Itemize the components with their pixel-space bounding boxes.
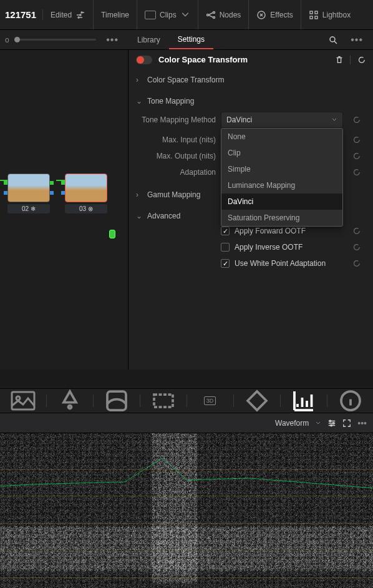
scope-options-menu[interactable]: ••• bbox=[357, 418, 367, 428]
white-point-checkbox[interactable] bbox=[221, 259, 230, 268]
svg-rect-7 bbox=[310, 11, 312, 14]
node-03[interactable]: 03⊗ bbox=[65, 174, 107, 202]
option-luminance-mapping[interactable]: Luminance Mapping bbox=[221, 177, 342, 194]
three-d-icon[interactable]: 3D bbox=[198, 389, 223, 413]
white-point-label: Use White Point Adaptation bbox=[235, 259, 343, 268]
reset-icon[interactable] bbox=[352, 135, 361, 144]
svg-rect-16 bbox=[154, 394, 173, 407]
tone-mapping-method-label: Tone Mapping Method bbox=[141, 115, 216, 124]
top-toolbar: 121751 Edited Timeline Clips Nodes Effec… bbox=[0, 0, 373, 30]
option-none[interactable]: None bbox=[221, 129, 342, 145]
color-warper-icon[interactable] bbox=[57, 389, 82, 413]
reset-icon[interactable] bbox=[352, 227, 361, 235]
node-output-alpha[interactable] bbox=[50, 191, 54, 195]
reset-icon[interactable] bbox=[352, 243, 361, 252]
adaptation-label: Adaptation bbox=[141, 168, 216, 177]
svg-point-11 bbox=[330, 37, 335, 42]
option-simple[interactable]: Simple bbox=[221, 161, 342, 177]
svg-point-14 bbox=[68, 406, 71, 409]
node-thumbnail bbox=[65, 174, 107, 202]
inspector-panel: Color Space Transform ›Color Space Trans… bbox=[128, 50, 373, 370]
tab-library[interactable]: Library bbox=[128, 30, 169, 49]
reset-icon[interactable] bbox=[352, 168, 361, 177]
nodes-button[interactable]: Nodes bbox=[198, 0, 249, 29]
effects-button[interactable]: Effects bbox=[249, 0, 301, 29]
edited-indicator: Edited bbox=[43, 0, 94, 29]
section-tone-mapping[interactable]: ⌄Tone Mapping bbox=[136, 94, 366, 108]
forward-ootf-label: Apply Forward OOTF bbox=[235, 227, 343, 235]
svg-rect-10 bbox=[315, 16, 317, 19]
sub-toolbar: o ••• Library Settings ••• bbox=[0, 30, 373, 50]
inverse-ootf-checkbox[interactable] bbox=[221, 243, 230, 252]
effects-icon bbox=[256, 10, 266, 20]
node-options-menu[interactable]: ••• bbox=[101, 34, 124, 46]
max-input-label: Max. Input (nits) bbox=[141, 135, 216, 144]
effect-enable-toggle[interactable] bbox=[136, 56, 152, 64]
option-saturation-preserving[interactable]: Saturation Preserving bbox=[221, 210, 342, 226]
tone-mapping-method-menu: None Clip Simple Luminance Mapping DaVin… bbox=[221, 128, 343, 227]
chevron-down-icon bbox=[331, 117, 337, 123]
reset-all-icon[interactable] bbox=[357, 56, 366, 64]
svg-rect-8 bbox=[315, 11, 317, 14]
forward-ootf-checkbox[interactable] bbox=[221, 227, 230, 235]
node-input[interactable] bbox=[61, 181, 65, 185]
chevron-down-icon[interactable] bbox=[315, 420, 321, 426]
clip-title: 121751 bbox=[2, 9, 43, 20]
zoom-slider[interactable] bbox=[14, 39, 97, 41]
nodes-icon bbox=[206, 10, 216, 20]
reset-icon[interactable] bbox=[352, 259, 361, 268]
lightbox-icon bbox=[309, 10, 319, 20]
scope-type[interactable]: Waveform bbox=[275, 419, 309, 428]
svg-point-0 bbox=[80, 14, 81, 16]
node-output[interactable] bbox=[50, 181, 54, 185]
svg-point-2 bbox=[78, 17, 79, 18]
max-output-label: Max. Output (nits) bbox=[141, 152, 216, 160]
node-graph[interactable]: 02❄ 03⊗ bbox=[0, 50, 128, 370]
svg-rect-9 bbox=[310, 16, 312, 19]
lightbox-button[interactable]: Lightbox bbox=[301, 0, 358, 29]
scopes-toolbar: 3D bbox=[0, 388, 373, 413]
scope-header: Waveform ••• bbox=[0, 413, 373, 433]
tab-settings[interactable]: Settings bbox=[169, 30, 213, 49]
keyframes-icon[interactable] bbox=[245, 389, 269, 413]
qualifier-icon[interactable] bbox=[104, 389, 129, 413]
expand-icon[interactable] bbox=[342, 419, 351, 428]
trash-icon[interactable] bbox=[335, 56, 344, 64]
section-cst[interactable]: ›Color Space Transform bbox=[136, 73, 366, 87]
search-icon[interactable] bbox=[328, 35, 338, 45]
node-input-alpha[interactable] bbox=[61, 191, 65, 195]
node-02[interactable]: 02❄ bbox=[7, 174, 50, 202]
timeline-button[interactable]: Timeline bbox=[94, 0, 137, 29]
info-icon[interactable] bbox=[338, 389, 363, 413]
tone-mapping-method-dropdown[interactable]: DaVinci bbox=[221, 112, 343, 128]
option-davinci[interactable]: DaVinci bbox=[221, 194, 342, 210]
node-input[interactable] bbox=[4, 181, 7, 185]
clips-button[interactable]: Clips bbox=[137, 0, 198, 29]
scope-settings-icon[interactable] bbox=[327, 419, 336, 428]
option-clip[interactable]: Clip bbox=[221, 145, 342, 161]
compound-output[interactable] bbox=[109, 230, 115, 238]
effect-title: Color Space Transform bbox=[158, 55, 329, 64]
clips-icon bbox=[145, 11, 156, 19]
chevron-down-icon bbox=[180, 10, 190, 20]
waveform-scope[interactable] bbox=[0, 433, 373, 588]
inspector-options-menu[interactable]: ••• bbox=[346, 34, 368, 46]
gallery-icon[interactable] bbox=[11, 389, 36, 413]
svg-point-13 bbox=[16, 396, 20, 400]
node-input-alpha[interactable] bbox=[4, 191, 7, 195]
node-fx-icon: ⊗ bbox=[88, 205, 93, 212]
inverse-ootf-label: Apply Inverse OOTF bbox=[235, 243, 343, 252]
reset-icon[interactable] bbox=[352, 115, 361, 124]
node-thumbnail bbox=[7, 174, 50, 202]
scopes-icon[interactable] bbox=[291, 389, 316, 413]
reset-icon[interactable] bbox=[352, 152, 361, 160]
window-icon[interactable] bbox=[151, 389, 176, 413]
node-badge-icon: ❄ bbox=[31, 205, 36, 212]
